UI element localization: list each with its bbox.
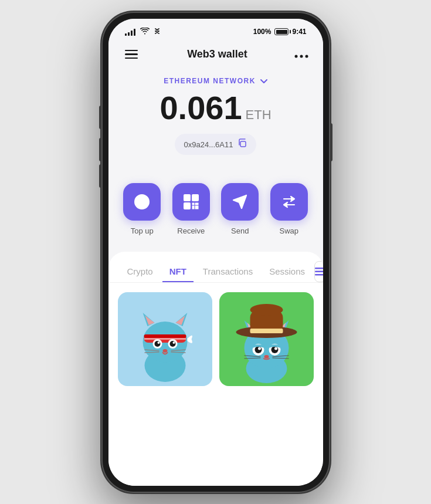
svg-rect-14	[192, 206, 194, 209]
battery-percent: 100%	[253, 28, 272, 36]
svg-rect-15	[195, 206, 198, 209]
svg-point-53	[258, 347, 261, 350]
svg-rect-11	[185, 204, 189, 208]
topup-icon-btn: ₿	[123, 183, 161, 221]
signal-bar-4	[134, 29, 135, 36]
more-options-button[interactable]	[294, 48, 308, 61]
svg-rect-18	[315, 274, 323, 276]
status-left	[125, 27, 160, 37]
swap-button[interactable]: Swap	[270, 183, 308, 235]
svg-rect-26	[144, 334, 186, 338]
balance-display: 0.061ETH	[159, 92, 271, 124]
topup-button[interactable]: ₿ Top up	[123, 183, 161, 235]
signal-bar-1	[125, 33, 127, 36]
receive-button[interactable]: Receive	[172, 183, 210, 235]
nft-item-1[interactable]	[118, 292, 212, 386]
nft-item-2[interactable]	[219, 292, 314, 386]
action-buttons: ₿ Top up	[108, 171, 323, 252]
svg-point-33	[172, 341, 175, 344]
svg-line-38	[171, 352, 185, 353]
svg-point-34	[162, 349, 167, 353]
signal-bars-icon	[125, 28, 135, 36]
swap-label: Swap	[279, 226, 298, 235]
svg-point-30	[154, 341, 160, 347]
svg-rect-13	[195, 203, 198, 205]
svg-point-32	[157, 341, 159, 344]
svg-rect-9	[185, 196, 189, 199]
signal-bar-3	[131, 31, 133, 36]
svg-point-54	[274, 347, 277, 350]
app-title: Web3 wallet	[187, 48, 247, 60]
status-bar: 100% 9:41	[108, 19, 323, 42]
svg-rect-48	[250, 329, 283, 333]
svg-point-55	[264, 355, 269, 358]
svg-rect-10	[194, 196, 197, 199]
tab-sessions[interactable]: Sessions	[262, 262, 312, 282]
network-selector[interactable]: ETHEREUM NETWORK	[164, 76, 267, 86]
swap-icon-btn	[270, 183, 308, 221]
signal-bar-2	[128, 32, 130, 36]
hamburger-icon	[125, 50, 138, 52]
svg-point-52	[271, 346, 278, 353]
svg-point-0	[295, 55, 298, 57]
menu-button[interactable]	[123, 48, 140, 62]
svg-point-2	[306, 55, 308, 57]
svg-rect-17	[315, 271, 323, 273]
tab-transactions[interactable]: Transactions	[196, 262, 260, 282]
main-content: ETHEREUM NETWORK 0.061ETH 0x9a24...6A11	[108, 70, 323, 486]
receive-label: Receive	[177, 226, 205, 235]
network-label: ETHEREUM NETWORK	[164, 77, 256, 85]
balance-currency: ETH	[246, 107, 272, 122]
svg-rect-27	[144, 338, 186, 340]
svg-rect-16	[315, 268, 323, 269]
svg-point-1	[300, 55, 303, 57]
svg-line-36	[144, 352, 159, 353]
send-button[interactable]: Send	[221, 183, 259, 235]
svg-rect-3	[240, 141, 246, 147]
send-icon-btn	[221, 183, 259, 221]
svg-point-51	[254, 346, 262, 353]
tab-bar: Crypto NFT Transactions Sessions	[108, 252, 323, 283]
balance-section: ETHEREUM NETWORK 0.061ETH 0x9a24...6A11	[108, 70, 323, 171]
svg-text:₿: ₿	[140, 197, 144, 207]
bottom-card: Crypto NFT Transactions Sessions	[108, 252, 323, 486]
hamburger-icon	[125, 53, 138, 55]
chevron-down-icon	[260, 76, 267, 86]
svg-point-47	[250, 304, 283, 316]
copy-icon	[237, 138, 247, 150]
svg-point-31	[169, 341, 175, 347]
clock: 9:41	[292, 28, 306, 36]
balance-value: 0.061	[159, 89, 242, 126]
battery-icon	[274, 28, 289, 35]
wallet-address-button[interactable]: 0x9a24...6A11	[175, 134, 257, 155]
send-label: Send	[231, 226, 249, 235]
status-right: 100% 9:41	[253, 28, 307, 36]
receive-icon-btn	[172, 183, 210, 221]
tab-nft[interactable]: NFT	[162, 262, 194, 282]
topup-label: Top up	[131, 226, 154, 235]
phone-screen: 100% 9:41 Web3 wallet	[108, 19, 323, 486]
address-text: 0x9a24...6A11	[184, 140, 233, 149]
wifi-icon	[140, 28, 150, 36]
list-view-button[interactable]	[314, 261, 323, 282]
app-header: Web3 wallet	[108, 42, 323, 71]
hamburger-icon	[125, 57, 138, 59]
svg-rect-12	[192, 203, 194, 205]
bluetooth-icon	[154, 27, 160, 37]
tab-crypto[interactable]: Crypto	[120, 262, 160, 282]
phone-frame: 100% 9:41 Web3 wallet	[101, 12, 330, 493]
nft-grid	[108, 283, 323, 486]
